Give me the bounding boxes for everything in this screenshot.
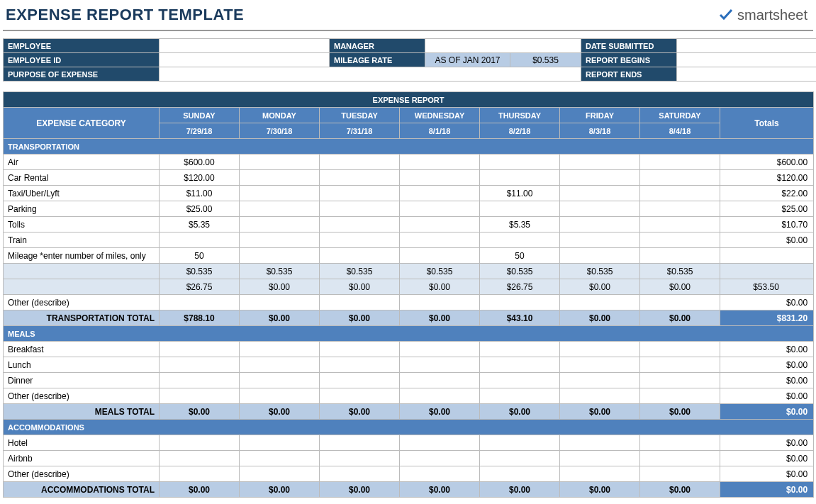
- cell-transportation-5-6[interactable]: [640, 233, 720, 248]
- cell-meals-3-2[interactable]: [320, 388, 400, 404]
- cell-accommodations-2-1[interactable]: [240, 466, 320, 482]
- other-cell-0[interactable]: [160, 295, 240, 310]
- cell-meals-1-1[interactable]: [240, 357, 320, 373]
- cell-meals-2-0[interactable]: [160, 373, 240, 388]
- cell-transportation-0-5[interactable]: [560, 155, 640, 170]
- mileage-cell-5[interactable]: [560, 248, 640, 264]
- cell-meals-3-3[interactable]: [400, 388, 480, 404]
- cell-transportation-0-0[interactable]: $600.00: [160, 155, 240, 170]
- employee-id-value[interactable]: [160, 53, 330, 67]
- cell-transportation-0-6[interactable]: [640, 155, 720, 170]
- cell-transportation-1-1[interactable]: [240, 170, 320, 186]
- cell-transportation-2-3[interactable]: [400, 186, 480, 201]
- cell-meals-2-2[interactable]: [320, 373, 400, 388]
- other-cell-2[interactable]: [320, 295, 400, 310]
- report-begins-value[interactable]: [677, 53, 817, 67]
- cell-transportation-4-0[interactable]: $5.35: [160, 217, 240, 233]
- cell-accommodations-1-0[interactable]: [160, 451, 240, 466]
- cell-transportation-0-3[interactable]: [400, 155, 480, 170]
- cell-transportation-4-1[interactable]: [240, 217, 320, 233]
- cell-transportation-5-0[interactable]: [160, 233, 240, 248]
- cell-accommodations-2-3[interactable]: [400, 466, 480, 482]
- cell-transportation-2-1[interactable]: [240, 186, 320, 201]
- cell-meals-2-5[interactable]: [560, 373, 640, 388]
- cell-meals-1-3[interactable]: [400, 357, 480, 373]
- cell-meals-3-0[interactable]: [160, 388, 240, 404]
- cell-transportation-2-0[interactable]: $11.00: [160, 186, 240, 201]
- cell-accommodations-1-6[interactable]: [640, 451, 720, 466]
- cell-meals-2-4[interactable]: [480, 373, 560, 388]
- other-cell-6[interactable]: [640, 295, 720, 310]
- cell-transportation-5-4[interactable]: [480, 233, 560, 248]
- cell-accommodations-1-1[interactable]: [240, 451, 320, 466]
- cell-transportation-0-4[interactable]: [480, 155, 560, 170]
- mileage-cell-0[interactable]: 50: [160, 248, 240, 264]
- cell-meals-1-0[interactable]: [160, 357, 240, 373]
- cell-transportation-3-3[interactable]: [400, 201, 480, 217]
- report-ends-value[interactable]: [677, 67, 817, 82]
- cell-transportation-3-6[interactable]: [640, 201, 720, 217]
- cell-transportation-3-1[interactable]: [240, 201, 320, 217]
- cell-transportation-1-5[interactable]: [560, 170, 640, 186]
- cell-meals-1-2[interactable]: [320, 357, 400, 373]
- cell-meals-0-1[interactable]: [240, 342, 320, 357]
- cell-accommodations-1-3[interactable]: [400, 451, 480, 466]
- cell-accommodations-2-0[interactable]: [160, 466, 240, 482]
- other-cell-5[interactable]: [560, 295, 640, 310]
- cell-accommodations-2-4[interactable]: [480, 466, 560, 482]
- cell-accommodations-2-5[interactable]: [560, 466, 640, 482]
- cell-transportation-4-4[interactable]: $5.35: [480, 217, 560, 233]
- cell-accommodations-0-0[interactable]: [160, 435, 240, 451]
- cell-accommodations-2-2[interactable]: [320, 466, 400, 482]
- cell-accommodations-0-6[interactable]: [640, 435, 720, 451]
- cell-transportation-5-1[interactable]: [240, 233, 320, 248]
- cell-transportation-1-4[interactable]: [480, 170, 560, 186]
- cell-accommodations-2-6[interactable]: [640, 466, 720, 482]
- cell-meals-0-3[interactable]: [400, 342, 480, 357]
- cell-transportation-0-2[interactable]: [320, 155, 400, 170]
- mileage-cell-3[interactable]: [400, 248, 480, 264]
- cell-accommodations-0-5[interactable]: [560, 435, 640, 451]
- cell-meals-1-4[interactable]: [480, 357, 560, 373]
- other-cell-1[interactable]: [240, 295, 320, 310]
- cell-transportation-3-5[interactable]: [560, 201, 640, 217]
- employee-value[interactable]: [160, 39, 330, 53]
- mileage-cell-1[interactable]: [240, 248, 320, 264]
- cell-meals-2-1[interactable]: [240, 373, 320, 388]
- cell-meals-3-1[interactable]: [240, 388, 320, 404]
- cell-transportation-2-2[interactable]: [320, 186, 400, 201]
- cell-transportation-5-3[interactable]: [400, 233, 480, 248]
- date-submitted-value[interactable]: [677, 39, 817, 53]
- cell-transportation-0-1[interactable]: [240, 155, 320, 170]
- cell-accommodations-0-4[interactable]: [480, 435, 560, 451]
- cell-meals-2-6[interactable]: [640, 373, 720, 388]
- cell-meals-1-6[interactable]: [640, 357, 720, 373]
- manager-value[interactable]: [425, 39, 581, 53]
- cell-meals-3-6[interactable]: [640, 388, 720, 404]
- cell-accommodations-1-2[interactable]: [320, 451, 400, 466]
- cell-transportation-4-5[interactable]: [560, 217, 640, 233]
- cell-transportation-5-2[interactable]: [320, 233, 400, 248]
- cell-transportation-4-2[interactable]: [320, 217, 400, 233]
- cell-meals-3-4[interactable]: [480, 388, 560, 404]
- cell-transportation-2-5[interactable]: [560, 186, 640, 201]
- mileage-cell-4[interactable]: 50: [480, 248, 560, 264]
- cell-transportation-2-4[interactable]: $11.00: [480, 186, 560, 201]
- cell-accommodations-1-4[interactable]: [480, 451, 560, 466]
- cell-accommodations-0-3[interactable]: [400, 435, 480, 451]
- cell-meals-3-5[interactable]: [560, 388, 640, 404]
- cell-transportation-4-6[interactable]: [640, 217, 720, 233]
- cell-accommodations-0-2[interactable]: [320, 435, 400, 451]
- cell-transportation-1-2[interactable]: [320, 170, 400, 186]
- cell-meals-2-3[interactable]: [400, 373, 480, 388]
- purpose-value[interactable]: [160, 67, 581, 82]
- cell-meals-0-0[interactable]: [160, 342, 240, 357]
- cell-transportation-4-3[interactable]: [400, 217, 480, 233]
- cell-transportation-1-3[interactable]: [400, 170, 480, 186]
- cell-meals-0-5[interactable]: [560, 342, 640, 357]
- cell-transportation-5-5[interactable]: [560, 233, 640, 248]
- cell-meals-0-4[interactable]: [480, 342, 560, 357]
- cell-meals-1-5[interactable]: [560, 357, 640, 373]
- other-cell-3[interactable]: [400, 295, 480, 310]
- cell-transportation-1-0[interactable]: $120.00: [160, 170, 240, 186]
